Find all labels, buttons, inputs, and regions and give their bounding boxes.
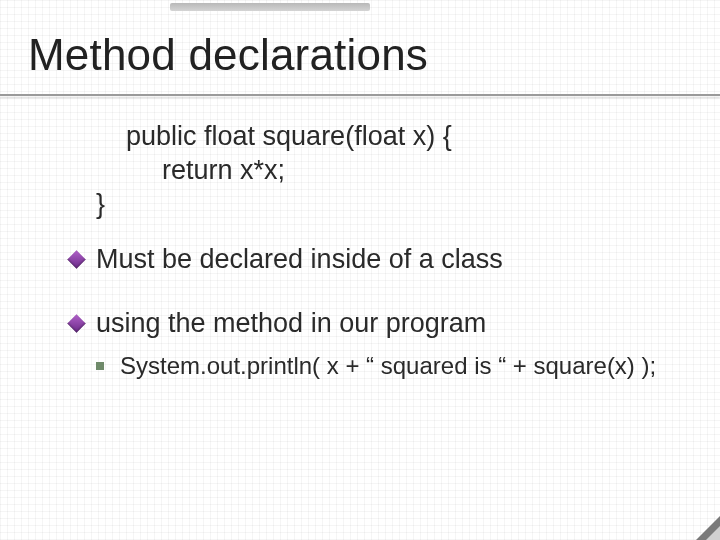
title-underline (0, 94, 720, 96)
slide: Method declarations public float square(… (0, 0, 720, 540)
diamond-bullet-icon (67, 251, 85, 269)
code-line-3: } (96, 188, 690, 222)
diamond-bullet-icon (67, 314, 85, 332)
bullet-item-2: using the method in our program (70, 307, 690, 341)
bullet-text-2: using the method in our program (96, 308, 486, 338)
bullet-item-1: Must be declared inside of a class (70, 243, 690, 277)
sub-bullet-item-1: System.out.println( x + “ squared is “ +… (96, 351, 690, 381)
code-block: public float square(float x) { return x*… (126, 120, 690, 221)
slide-body: public float square(float x) { return x*… (70, 120, 690, 381)
code-line-2: return x*x; (162, 154, 690, 188)
slide-title: Method declarations (28, 30, 428, 80)
decorative-top-bar (170, 3, 370, 11)
sub-bullet-text-1: System.out.println( x + “ squared is “ +… (120, 352, 656, 379)
bullet-text-1: Must be declared inside of a class (96, 244, 503, 274)
square-bullet-icon (96, 362, 104, 370)
code-line-1: public float square(float x) { (126, 120, 690, 154)
corner-fold-icon (696, 516, 720, 540)
